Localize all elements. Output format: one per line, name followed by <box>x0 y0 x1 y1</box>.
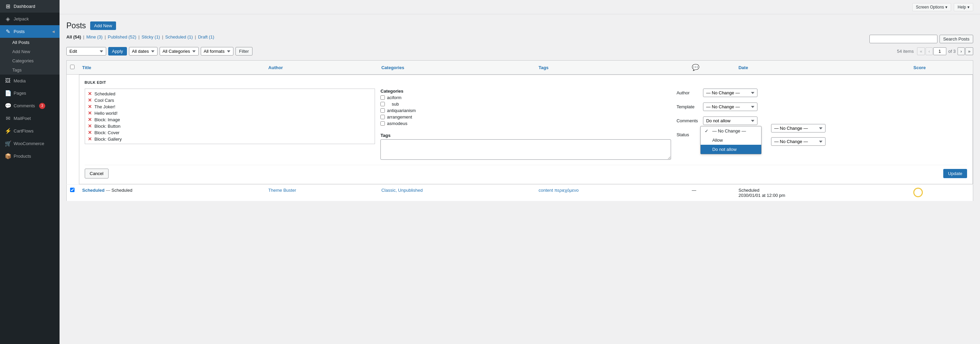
cancel-button[interactable]: Cancel <box>85 169 108 178</box>
formats-select[interactable]: All formats <box>201 47 234 56</box>
sidebar-item-media[interactable]: 🖼 Media <box>0 75 60 87</box>
check-all-checkbox[interactable] <box>70 65 75 69</box>
date-header[interactable]: Date <box>735 61 910 75</box>
add-new-button[interactable]: Add New <box>90 21 116 30</box>
apply-button[interactable]: Apply <box>108 47 127 56</box>
last-page-button[interactable]: » <box>966 47 973 55</box>
categories-header[interactable]: Categories <box>378 61 535 75</box>
sidebar-item-categories[interactable]: Categories <box>12 56 60 66</box>
sidebar-item-comments[interactable]: 💬 Comments 3 <box>0 99 60 112</box>
filter-mine[interactable]: Mine (3) <box>86 34 103 40</box>
page-title-row: Posts Add New <box>66 21 973 30</box>
jetpack-icon: ◈ <box>5 16 11 22</box>
title-header[interactable]: Title <box>79 61 265 75</box>
template-select[interactable]: — No Change — <box>703 102 757 111</box>
row-checkbox[interactable] <box>70 188 75 192</box>
bulk-edit-title: BULK EDIT <box>85 80 967 85</box>
remove-post-hello-world[interactable]: ✕ <box>87 110 92 116</box>
prev-page-button[interactable]: ‹ <box>926 47 932 55</box>
categories-select[interactable]: All Categories <box>159 47 199 56</box>
post-name: Hello world! <box>95 111 118 116</box>
remove-post-block-image[interactable]: ✕ <box>87 117 92 122</box>
sidebar-item-jetpack[interactable]: ◈ Jetpack <box>0 13 60 25</box>
template-field-row: Template — No Change — <box>676 102 967 111</box>
dropdown-allow[interactable]: Allow <box>701 136 761 145</box>
filter-draft[interactable]: Draft (1) <box>198 34 215 40</box>
screen-options-button[interactable]: Screen Options ▾ <box>912 3 951 11</box>
filter-scheduled[interactable]: Scheduled (1) <box>165 34 193 40</box>
score-header[interactable]: Score <box>910 61 973 75</box>
dropdown-label: Do not allow <box>712 147 737 152</box>
dropdown-do-not-allow[interactable]: Do not allow <box>701 145 761 154</box>
cat-checkbox-asmodeus[interactable] <box>380 121 385 126</box>
pings-select[interactable]: — No Change — <box>771 124 826 133</box>
dates-select[interactable]: All dates <box>129 47 158 56</box>
cat-checkbox-sub[interactable] <box>380 102 385 106</box>
row-categories-cell: Classic, Unpublished <box>378 185 535 201</box>
sidebar-item-products[interactable]: 📦 Products <box>0 150 60 162</box>
bulk-edit-fields-col: Author — No Change — Template — No <box>676 88 967 161</box>
post-tags-link[interactable]: content περιεχόμενο <box>539 188 579 193</box>
post-title-link[interactable]: Scheduled <box>82 188 106 193</box>
media-icon: 🖼 <box>5 78 11 84</box>
remove-post-cool-cars[interactable]: ✕ <box>87 98 92 103</box>
dropdown-no-change[interactable]: ✓ — No Change — <box>701 126 761 136</box>
post-categories-link[interactable]: Classic, Unpublished <box>382 188 423 193</box>
bulk-action-select[interactable]: Edit Bulk actions Move to Trash <box>66 47 106 56</box>
date-header-label: Date <box>738 65 748 70</box>
tags-col-label: Tags <box>380 133 671 138</box>
list-item: ✕ Cool Cars <box>87 98 373 103</box>
tags-header[interactable]: Tags <box>535 61 688 75</box>
sidebar-item-all-posts[interactable]: All Posts <box>12 38 60 47</box>
filter-all[interactable]: All (54) <box>66 34 81 40</box>
sidebar-item-pages[interactable]: 📄 Pages <box>0 87 60 99</box>
comments-select[interactable]: — No Change — Allow Do not allow <box>703 117 757 125</box>
post-status-sep: — <box>106 188 111 193</box>
sticky-select[interactable]: — No Change — <box>771 137 826 146</box>
remove-post-scheduled[interactable]: ✕ <box>87 91 92 96</box>
post-date-value: 2030/01/01 at 12:00 pm <box>738 193 907 198</box>
filter-sticky[interactable]: Sticky (1) <box>142 34 160 40</box>
update-button[interactable]: Update <box>943 169 967 178</box>
bulk-edit-posts-col: ✕ Scheduled ✕ Cool Cars ✕ <box>85 88 375 161</box>
remove-post-block-gallery[interactable]: ✕ <box>87 136 92 142</box>
remove-post-block-button[interactable]: ✕ <box>87 123 92 129</box>
filter-button[interactable]: Filter <box>235 47 253 56</box>
first-page-button[interactable]: « <box>917 47 925 55</box>
topbar: Screen Options ▾ Help ▾ <box>60 0 980 14</box>
table-row: Scheduled — Scheduled Theme Buster Class… <box>67 185 973 201</box>
sidebar-item-cartflows[interactable]: ⚡ CartFlows <box>0 125 60 137</box>
pagination: 54 items « ‹ of 3 › » <box>897 47 973 55</box>
sidebar-item-mailpoet[interactable]: ✉ MailPoet <box>0 112 60 125</box>
cat-checkbox-antiquarianism[interactable] <box>380 108 385 113</box>
help-button[interactable]: Help ▾ <box>954 3 973 11</box>
page-number-input[interactable] <box>933 47 946 55</box>
sidebar-item-tags[interactable]: Tags <box>12 66 60 75</box>
post-name: Block: Image <box>95 117 120 122</box>
remove-post-block-cover[interactable]: ✕ <box>87 130 92 135</box>
post-author-link[interactable]: Theme Buster <box>269 188 296 193</box>
author-header-label: Author <box>269 65 283 70</box>
cat-checkbox-arrangement[interactable] <box>380 115 385 119</box>
sidebar-item-woocommerce[interactable]: 🛒 WooCommerce <box>0 137 60 150</box>
filter-published[interactable]: Published (52) <box>108 34 137 40</box>
sidebar-item-label: Pages <box>14 91 26 96</box>
comments-field-label: Comments <box>676 118 700 123</box>
cat-item-antiquarianism: antiquarianism <box>380 108 671 113</box>
author-header[interactable]: Author <box>265 61 378 75</box>
sidebar-item-posts[interactable]: ✎ Posts ◀ <box>0 25 60 38</box>
sidebar-item-add-new[interactable]: Add New <box>12 47 60 56</box>
bulk-edit-row: BULK EDIT ✕ Scheduled <box>67 75 973 185</box>
remove-post-the-joker[interactable]: ✕ <box>87 104 92 109</box>
sidebar-item-dashboard[interactable]: ⊞ Dashboard <box>0 0 60 13</box>
next-page-button[interactable]: › <box>958 47 964 55</box>
cat-label: aciform <box>387 95 401 100</box>
tags-textarea[interactable] <box>380 139 671 160</box>
check-all-header <box>67 61 79 75</box>
bulk-edit-footer: Cancel Update <box>85 165 967 178</box>
total-pages: 3 <box>953 49 956 54</box>
author-select[interactable]: — No Change — <box>703 88 757 97</box>
search-posts-button[interactable]: Search Posts <box>940 35 973 43</box>
cat-checkbox-aciform[interactable] <box>380 95 385 100</box>
search-input[interactable] <box>869 35 937 43</box>
